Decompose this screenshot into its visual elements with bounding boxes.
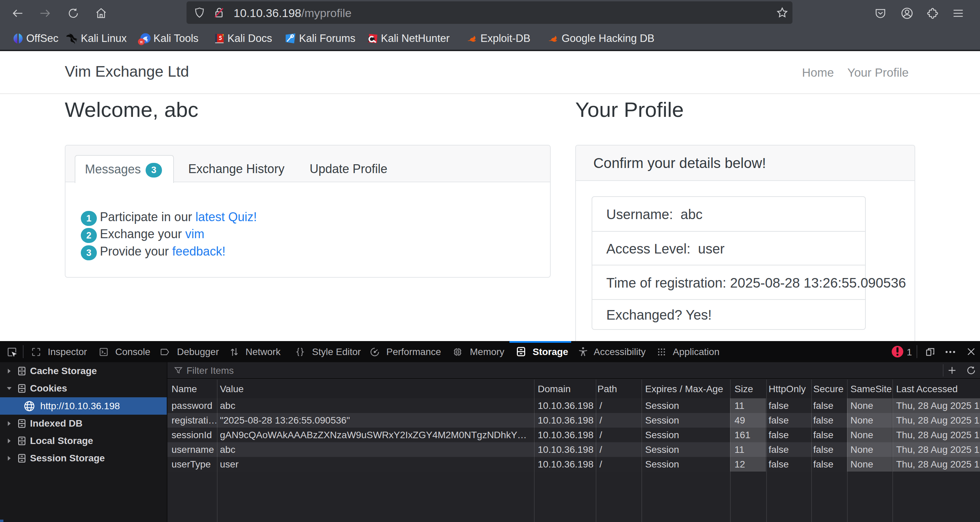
svg-text:π: π [140, 40, 143, 44]
